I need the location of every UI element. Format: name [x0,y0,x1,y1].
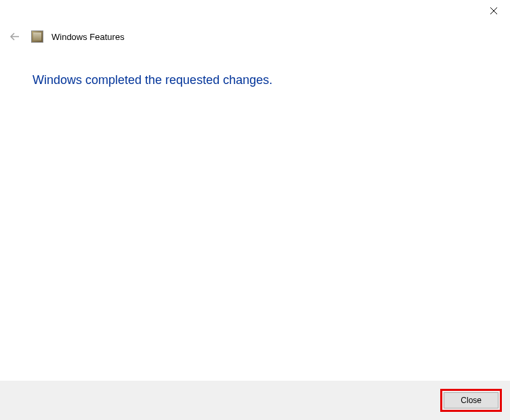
status-message: Windows completed the requested changes. [33,73,272,87]
header: Windows Features [7,28,125,45]
close-button[interactable]: Close [444,392,498,408]
footer: Close [0,381,510,420]
page-title: Windows Features [51,32,125,42]
titlebar [486,0,510,22]
window-close-button[interactable] [486,3,502,19]
windows-features-icon [31,30,43,43]
close-icon [490,7,498,15]
back-button [7,28,23,45]
close-button-highlight: Close [440,389,502,412]
back-arrow-icon [9,30,21,43]
